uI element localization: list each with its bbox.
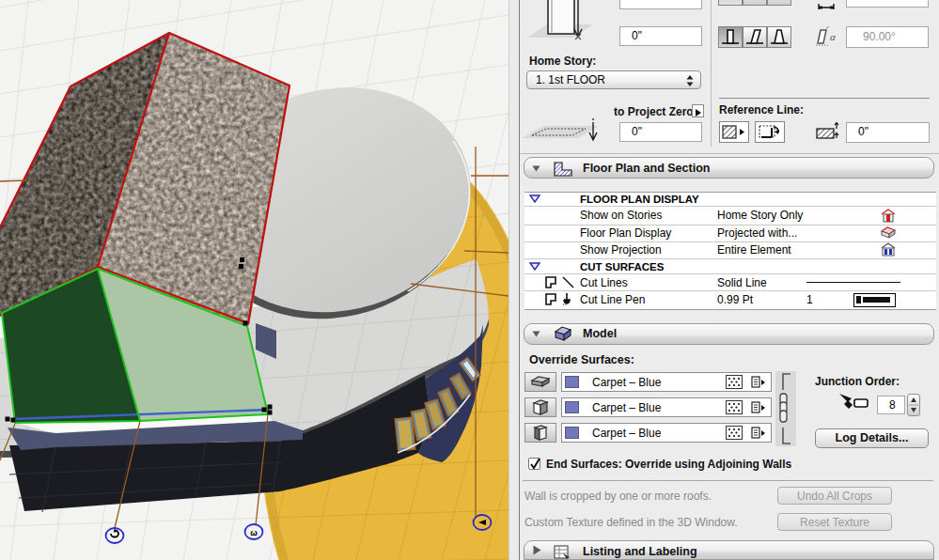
- svg-text:ω: ω: [250, 528, 258, 537]
- svg-text:α: α: [830, 31, 836, 42]
